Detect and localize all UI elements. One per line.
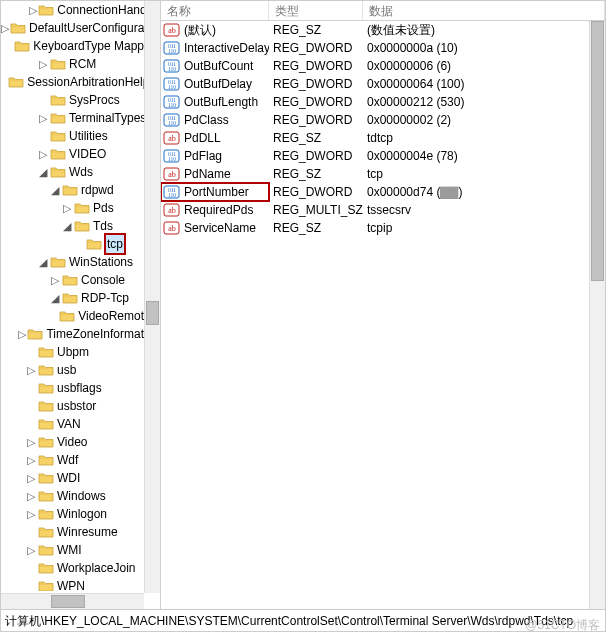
- tree-node[interactable]: tcp: [1, 235, 160, 253]
- tree-node[interactable]: ◢RDP-Tcp: [1, 289, 160, 307]
- value-row[interactable]: OutBufLengthREG_DWORD0x00000212 (530): [161, 93, 605, 111]
- obscured-text: ▇▇: [440, 185, 458, 199]
- value-name: InteractiveDelay: [184, 39, 269, 57]
- value-type: REG_DWORD: [269, 147, 363, 165]
- tree-node[interactable]: ▷Wdf: [1, 451, 160, 469]
- expander-icon[interactable]: ▷: [37, 55, 49, 73]
- folder-icon: [50, 165, 66, 179]
- value-list-pane: 名称 类型 数据 (默认)REG_SZ(数值未设置)InteractiveDel…: [161, 1, 605, 609]
- list-vertical-scrollbar[interactable]: [589, 21, 605, 609]
- expander-icon[interactable]: ◢: [37, 163, 49, 181]
- tree-node[interactable]: Winresume: [1, 523, 160, 541]
- expander-icon[interactable]: ▷: [25, 361, 37, 379]
- value-row[interactable]: ServiceNameREG_SZtcpip: [161, 219, 605, 237]
- folder-icon: [62, 273, 78, 287]
- folder-icon: [38, 579, 54, 591]
- expander-icon[interactable]: ▷: [37, 109, 49, 127]
- scrollbar-thumb[interactable]: [51, 595, 85, 608]
- tree-root: ▷ConnectionHandler▷DefaultUserConfigurat…: [1, 1, 160, 591]
- folder-icon: [38, 561, 54, 575]
- tree-node-label: usbflags: [57, 379, 102, 397]
- expander-icon[interactable]: ▷: [28, 1, 37, 19]
- tree-node[interactable]: ▷Windows: [1, 487, 160, 505]
- expander-icon[interactable]: ◢: [49, 289, 61, 307]
- value-row[interactable]: PdDLLREG_SZtdtcp: [161, 129, 605, 147]
- value-row[interactable]: OutBufCountREG_DWORD0x00000006 (6): [161, 57, 605, 75]
- expander-icon[interactable]: ▷: [25, 541, 37, 559]
- expander-icon[interactable]: ◢: [61, 217, 73, 235]
- column-header-name[interactable]: 名称: [161, 1, 269, 20]
- tree-node[interactable]: WorkplaceJoin: [1, 559, 160, 577]
- tree-node[interactable]: SessionArbitrationHelper: [1, 73, 160, 91]
- tree-node[interactable]: ▷Pds: [1, 199, 160, 217]
- tree-node[interactable]: ▷RCM: [1, 55, 160, 73]
- folder-icon: [74, 201, 90, 215]
- tree-node[interactable]: WPN: [1, 577, 160, 591]
- expander-icon[interactable]: ◢: [37, 253, 49, 271]
- tree-vertical-scrollbar[interactable]: [144, 1, 160, 593]
- tree-node-label: Wds: [69, 163, 93, 181]
- tree-node[interactable]: ▷DefaultUserConfiguration: [1, 19, 160, 37]
- expander-icon[interactable]: ▷: [18, 325, 26, 343]
- tree-node[interactable]: ▷Winlogon: [1, 505, 160, 523]
- column-header-type[interactable]: 类型: [269, 1, 363, 20]
- expander-icon[interactable]: ▷: [25, 505, 37, 523]
- tree-node[interactable]: Ubpm: [1, 343, 160, 361]
- tree-node[interactable]: ▷VIDEO: [1, 145, 160, 163]
- value-row[interactable]: PdFlagREG_DWORD0x0000004e (78): [161, 147, 605, 165]
- expander-icon[interactable]: ▷: [25, 469, 37, 487]
- tree-node[interactable]: ▷ConnectionHandler: [1, 1, 160, 19]
- expander-icon[interactable]: ▷: [1, 19, 9, 37]
- value-data: 0x00000212 (530): [363, 93, 605, 111]
- expander-icon[interactable]: ▷: [61, 199, 73, 217]
- tree-node[interactable]: ▷TimeZoneInformation: [1, 325, 160, 343]
- expander-icon[interactable]: ◢: [49, 181, 61, 199]
- expander-icon[interactable]: ▷: [49, 271, 61, 289]
- tree-node[interactable]: ▷Console: [1, 271, 160, 289]
- value-row[interactable]: InteractiveDelayREG_DWORD0x0000000a (10): [161, 39, 605, 57]
- tree-node[interactable]: Utilities: [1, 127, 160, 145]
- scrollbar-thumb[interactable]: [591, 21, 604, 281]
- tree-node[interactable]: ▷Video: [1, 433, 160, 451]
- binary-value-icon: [163, 94, 181, 110]
- tree-node[interactable]: ▷WDI: [1, 469, 160, 487]
- tree-node[interactable]: ▷usb: [1, 361, 160, 379]
- expander-icon[interactable]: ▷: [25, 487, 37, 505]
- tree-horizontal-scrollbar[interactable]: [1, 593, 144, 609]
- value-data: 0x00000006 (6): [363, 57, 605, 75]
- binary-value-icon: [163, 58, 181, 74]
- tree-node-label: Tds: [93, 217, 113, 235]
- value-type: REG_DWORD: [269, 57, 363, 75]
- tree-node[interactable]: usbflags: [1, 379, 160, 397]
- tree-node[interactable]: ◢WinStations: [1, 253, 160, 271]
- tree-node-label: usbstor: [57, 397, 96, 415]
- expander-icon[interactable]: ▷: [37, 145, 49, 163]
- value-row[interactable]: PortNumberREG_DWORD0x00000d74 (▇▇): [161, 183, 605, 201]
- expander-icon[interactable]: ▷: [25, 451, 37, 469]
- tree-node[interactable]: SysProcs: [1, 91, 160, 109]
- folder-icon: [50, 129, 66, 143]
- value-row[interactable]: (默认)REG_SZ(数值未设置): [161, 21, 605, 39]
- tree-node-label: TerminalTypes: [69, 109, 146, 127]
- tree-node[interactable]: usbstor: [1, 397, 160, 415]
- tree-node[interactable]: KeyboardType Mapping: [1, 37, 160, 55]
- tree-node[interactable]: ◢Tds: [1, 217, 160, 235]
- column-header-data[interactable]: 数据: [363, 1, 605, 20]
- tree-node[interactable]: VideoRemoting: [1, 307, 160, 325]
- tree-node[interactable]: ▷WMI: [1, 541, 160, 559]
- tree-node-label: WMI: [57, 541, 82, 559]
- tree-node[interactable]: VAN: [1, 415, 160, 433]
- tree-node[interactable]: ▷TerminalTypes: [1, 109, 160, 127]
- value-row[interactable]: PdNameREG_SZtcp: [161, 165, 605, 183]
- value-row[interactable]: RequiredPdsREG_MULTI_SZtssecsrv: [161, 201, 605, 219]
- expander-icon[interactable]: ▷: [25, 433, 37, 451]
- value-row[interactable]: PdClassREG_DWORD0x00000002 (2): [161, 111, 605, 129]
- folder-icon: [62, 291, 78, 305]
- scrollbar-thumb[interactable]: [146, 301, 159, 325]
- folder-icon: [38, 453, 54, 467]
- string-value-icon: [163, 220, 181, 236]
- tree-node[interactable]: ◢rdpwd: [1, 181, 160, 199]
- value-row[interactable]: OutBufDelayREG_DWORD0x00000064 (100): [161, 75, 605, 93]
- tree-node[interactable]: ◢Wds: [1, 163, 160, 181]
- value-data: tssecsrv: [363, 201, 605, 219]
